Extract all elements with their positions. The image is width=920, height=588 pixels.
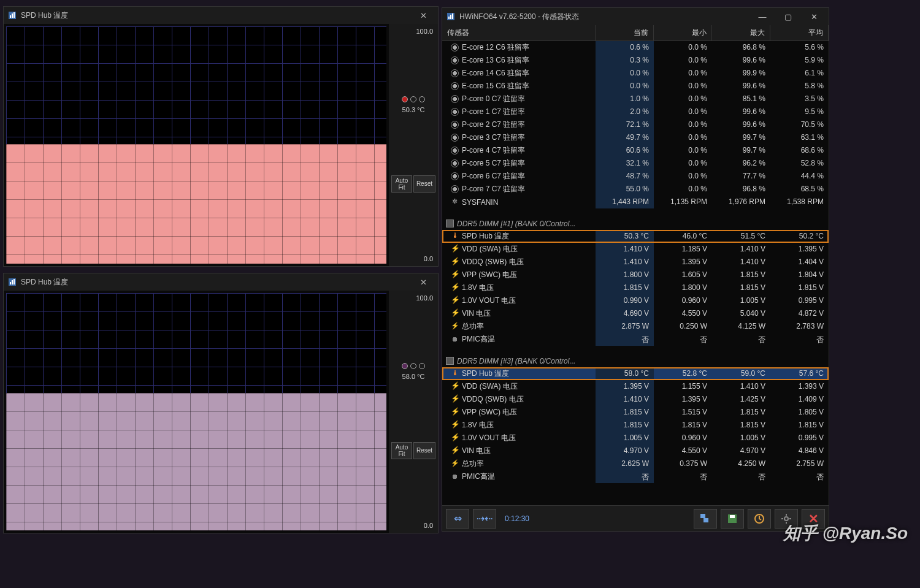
graph-area[interactable] (6, 26, 386, 264)
col-avg[interactable]: 平均 (770, 25, 829, 40)
titlebar[interactable]: HWiNFO64 v7.62-5200 - 传感器状态 — ▢ ✕ (442, 8, 829, 25)
sensor-row[interactable]: ⚡总功率2.625 W0.375 W4.250 W2.755 W (442, 457, 829, 470)
sensor-row[interactable]: ⚡VPP (SWC) 电压1.800 V1.605 V1.815 V1.804 … (442, 269, 829, 281)
volt-icon: ⚡ (451, 408, 459, 416)
sensor-row[interactable]: E-core 13 C6 驻留率0.3 %0.0 %99.6 %5.9 % (442, 54, 829, 67)
sensor-row[interactable]: ✲SYSFANIN1,443 RPM1,135 RPM1,976 RPM1,53… (442, 196, 829, 208)
svg-rect-15 (730, 515, 735, 518)
sensor-table-body[interactable]: E-core 12 C6 驻留率0.6 %0.0 %96.8 %5.6 %E-c… (442, 41, 829, 505)
sensor-row[interactable]: 🌡SPD Hub 温度58.0 °C52.8 °C59.0 °C57.6 °C (442, 367, 829, 380)
timer: 0:12:30 (500, 514, 534, 523)
sensor-table-header: 传感器 当前 最小 最大 平均 (442, 25, 829, 41)
settings-button[interactable] (775, 509, 798, 529)
clock-icon (451, 159, 459, 167)
cell-avg: 5.9 % (770, 54, 829, 67)
sensor-row[interactable]: PMIC高温否否否否 (442, 470, 829, 483)
cell-cur: 50.3 °C (596, 230, 654, 243)
graph-area[interactable] (6, 293, 386, 530)
sensor-row[interactable]: P-core 0 C7 驻留率1.0 %0.0 %85.1 %3.5 % (442, 93, 829, 105)
sensor-group[interactable]: DDR5 DIMM [#1] (BANK 0/Control... (442, 217, 829, 230)
sensor-row[interactable]: ⚡VIN 电压4.690 V4.550 V5.040 V4.872 V (442, 307, 829, 320)
volt-icon: ⚡ (451, 395, 459, 403)
sensor-row[interactable]: ⚡VDD (SWA) 电压1.410 V1.185 V1.410 V1.395 … (442, 243, 829, 256)
col-current[interactable]: 当前 (596, 25, 654, 40)
volt-icon: ⚡ (451, 284, 459, 292)
temp-icon: 🌡 (451, 232, 459, 240)
close-tool-button[interactable]: ✕ (802, 509, 825, 529)
graph-body: 100.0 50.3 °C Auto Fit Reset 0.0 (4, 24, 438, 266)
close-button[interactable]: ✕ (803, 9, 825, 24)
close-button[interactable]: ✕ (412, 275, 434, 289)
cell-cur: 60.6 % (596, 144, 654, 157)
cell-avg: 1.815 V (770, 419, 829, 432)
clock-button[interactable] (748, 509, 771, 529)
cell-min: 0.960 V (654, 294, 712, 307)
layout-button[interactable] (694, 509, 717, 529)
sensor-group[interactable]: DDR5 DIMM [#3] (BANK 0/Control... (442, 354, 829, 367)
reset-button[interactable]: Reset (413, 175, 435, 193)
autofit-button[interactable]: Auto Fit (391, 442, 412, 459)
cell-cur: 1.410 V (596, 243, 654, 256)
expand-button[interactable]: ⇔ (446, 509, 469, 529)
cell-cur: 否 (596, 333, 654, 346)
titlebar[interactable]: SPD Hub 温度 ✕ (4, 273, 438, 291)
cell-min: 52.8 °C (654, 367, 712, 380)
sensor-row[interactable]: PMIC高温否否否否 (442, 333, 829, 346)
cell-max (712, 354, 770, 367)
sensor-row[interactable]: ⚡VDD (SWA) 电压1.395 V1.155 V1.410 V1.393 … (442, 380, 829, 393)
save-button[interactable] (721, 509, 744, 529)
sensor-name: 1.0V VOUT 电压 (462, 433, 516, 443)
sensor-row[interactable]: P-core 2 C7 驻留率72.1 %0.0 %99.6 %70.5 % (442, 118, 829, 131)
cell-avg: 5.6 % (770, 41, 829, 54)
sensor-row[interactable]: P-core 1 C7 驻留率2.0 %0.0 %99.6 %9.5 % (442, 105, 829, 118)
cell-avg: 1.409 V (770, 393, 829, 406)
sensor-row[interactable]: P-core 6 C7 驻留率48.7 %0.0 %77.7 %44.4 % (442, 170, 829, 183)
clock-icon (451, 134, 459, 142)
cell-cur: 0.0 % (596, 80, 654, 93)
sensor-name: 1.8V 电压 (462, 420, 494, 430)
cell-cur: 1.410 V (596, 256, 654, 269)
clock-icon (451, 121, 459, 129)
maximize-button[interactable]: ▢ (777, 9, 799, 24)
cell-max: 96.2 % (712, 157, 770, 170)
cell-min: 0.0 % (654, 157, 712, 170)
close-button[interactable]: ✕ (412, 8, 434, 23)
volt-icon: ⚡ (451, 258, 459, 266)
autofit-button[interactable]: Auto Fit (391, 175, 412, 193)
reset-button[interactable]: Reset (413, 442, 435, 459)
col-max[interactable]: 最大 (712, 25, 770, 40)
sensor-row[interactable]: ⚡1.8V 电压1.815 V1.815 V1.815 V1.815 V (442, 419, 829, 432)
cell-cur (596, 217, 654, 230)
sensor-row[interactable]: ⚡VPP (SWC) 电压1.815 V1.515 V1.815 V1.805 … (442, 406, 829, 419)
sensor-row[interactable]: E-core 12 C6 驻留率0.6 %0.0 %96.8 %5.6 % (442, 41, 829, 54)
sensor-row[interactable]: ⚡1.8V 电压1.815 V1.800 V1.815 V1.815 V (442, 281, 829, 294)
sensor-row[interactable]: E-core 15 C6 驻留率0.0 %0.0 %99.6 %5.8 % (442, 80, 829, 93)
col-min[interactable]: 最小 (654, 25, 712, 40)
sensor-row[interactable]: ⚡VIN 电压4.970 V4.550 V4.970 V4.846 V (442, 445, 829, 457)
sensor-row[interactable]: ⚡1.0V VOUT 电压1.005 V0.960 V1.005 V0.995 … (442, 432, 829, 445)
minimize-button[interactable]: — (751, 9, 773, 24)
series-indicator-icon (402, 96, 408, 102)
cell-max: 4.970 V (712, 445, 770, 457)
cell-avg: 52.8 % (770, 157, 829, 170)
sensor-row[interactable]: ⚡1.0V VOUT 电压0.990 V0.960 V1.005 V0.995 … (442, 294, 829, 307)
collapse-button[interactable]: ⇢⇠ (473, 509, 496, 529)
sensor-row[interactable]: E-core 14 C6 驻留率0.0 %0.0 %99.9 %6.1 % (442, 67, 829, 80)
sensor-row[interactable]: ⚡总功率2.875 W0.250 W4.125 W2.783 W (442, 320, 829, 333)
volt-icon: ⚡ (451, 434, 459, 442)
sensor-row[interactable]: ⚡VDDQ (SWB) 电压1.410 V1.395 V1.425 V1.409… (442, 393, 829, 406)
sensor-row[interactable]: 🌡SPD Hub 温度50.3 °C46.0 °C51.5 °C50.2 °C (442, 230, 829, 243)
sensor-row[interactable]: P-core 4 C7 驻留率60.6 %0.0 %99.7 %68.6 % (442, 144, 829, 157)
sensor-row[interactable]: P-core 7 C7 驻留率55.0 %0.0 %96.8 %68.5 % (442, 183, 829, 196)
sensor-name: VIN 电压 (462, 308, 491, 319)
cell-cur: 1,443 RPM (596, 196, 654, 208)
cell-min: 1.515 V (654, 406, 712, 419)
cell-max: 1.410 V (712, 243, 770, 256)
cell-max: 99.6 % (712, 105, 770, 118)
titlebar[interactable]: SPD Hub 温度 ✕ (4, 7, 438, 24)
sensor-row[interactable]: ⚡VDDQ (SWB) 电压1.410 V1.395 V1.410 V1.404… (442, 256, 829, 269)
sensor-row[interactable]: P-core 5 C7 驻留率32.1 %0.0 %96.2 %52.8 % (442, 157, 829, 170)
sensor-row[interactable]: P-core 3 C7 驻留率49.7 %0.0 %99.7 %63.1 % (442, 131, 829, 144)
sensor-name: P-core 5 C7 驻留率 (462, 158, 525, 169)
col-sensor[interactable]: 传感器 (442, 25, 596, 40)
